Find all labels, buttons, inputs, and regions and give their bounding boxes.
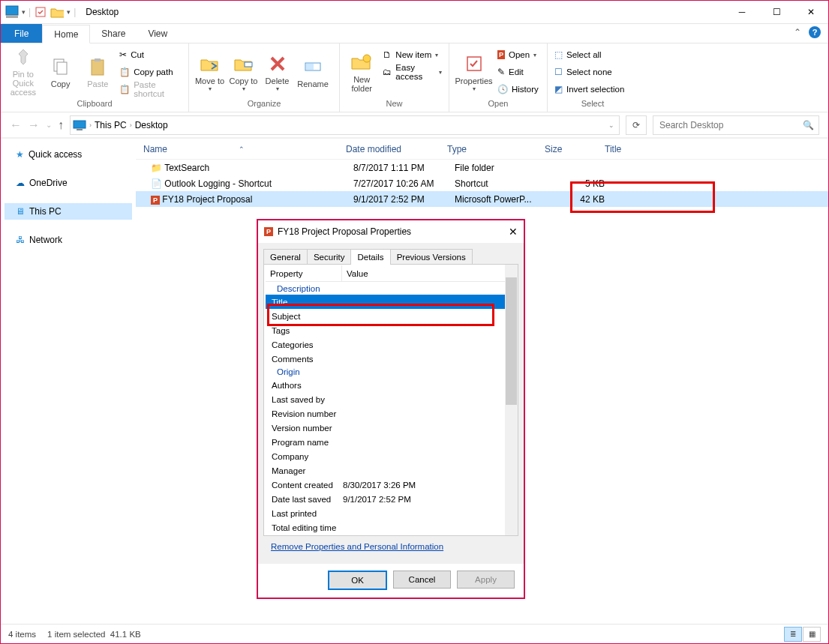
new-item-button[interactable]: 🗋New item▾ [380, 47, 445, 62]
copy-path-button[interactable]: 📋Copy path [116, 64, 185, 79]
search-input[interactable] [658, 119, 803, 131]
move-to-button[interactable]: Move to▾ [193, 46, 227, 97]
easy-access-button[interactable]: 🗂Easy access▾ [380, 64, 445, 79]
select-all-icon: ⬚ [554, 49, 563, 60]
properties-qat-icon[interactable] [34, 5, 47, 19]
forward-button[interactable]: → [28, 118, 40, 132]
cut-button[interactable]: ✂Cut [116, 47, 185, 62]
property-list: Description Title Subject Tags Categorie… [266, 281, 518, 536]
property-row[interactable]: Last printed [266, 506, 518, 520]
property-row[interactable]: Tags [266, 323, 518, 337]
titlebar: ▾ | ▾ | Desktop ─ ☐ ✕ [1, 1, 828, 24]
up-button[interactable]: ↑ [58, 118, 64, 132]
new-folder-button[interactable]: New folder [344, 46, 380, 97]
details-view-button[interactable]: ≣ [784, 627, 802, 642]
tab-general[interactable]: General [263, 249, 308, 265]
share-tab[interactable]: Share [90, 24, 137, 43]
search-box[interactable]: 🔍 [653, 115, 819, 135]
edit-button[interactable]: ✎Edit [494, 64, 542, 79]
property-row[interactable]: Last saved by [266, 392, 518, 406]
qat-chevron-icon[interactable]: ▾ [22, 8, 26, 16]
qat-chevron-icon[interactable]: ▾ [67, 8, 71, 16]
property-row[interactable]: Categories [266, 337, 518, 352]
property-row[interactable]: Subject [266, 309, 518, 323]
property-row[interactable]: Content created8/30/2017 3:26 PM [266, 478, 518, 492]
folder-qat-icon[interactable] [50, 5, 64, 19]
help-icon[interactable]: ? [809, 26, 821, 38]
property-row[interactable]: Total editing time [266, 520, 518, 535]
folder-icon: 📁 [151, 163, 162, 173]
scrollbar[interactable] [505, 265, 518, 535]
sidebar-item-quick-access[interactable]: ★Quick access [5, 146, 132, 163]
invert-selection-button[interactable]: ◩Invert selection [551, 82, 627, 97]
property-row[interactable]: Revision number [266, 406, 518, 421]
home-tab[interactable]: Home [42, 25, 90, 43]
sidebar-item-network[interactable]: 🖧Network [5, 232, 132, 248]
property-row[interactable]: Date last saved9/1/2017 2:52 PM [266, 492, 518, 506]
rename-button[interactable]: Rename [294, 46, 332, 97]
file-row[interactable]: 📄 Outlook Logging - Shortcut 7/27/2017 1… [136, 175, 828, 191]
copy-to-button[interactable]: Copy to▾ [227, 46, 260, 97]
cancel-button[interactable]: Cancel [393, 571, 451, 589]
property-row[interactable]: Program name [266, 435, 518, 449]
delete-button[interactable]: Delete▾ [260, 46, 294, 97]
address-bar-row: ← → ⌄ ↑ › This PC › Desktop ⌄ ⟳ 🔍 [1, 112, 828, 139]
breadcrumb-part[interactable]: This PC [95, 120, 127, 130]
remove-properties-link[interactable]: Remove Properties and Personal Informati… [271, 542, 518, 551]
invert-icon: ◩ [554, 84, 563, 94]
search-icon[interactable]: 🔍 [803, 120, 814, 130]
collapse-ribbon-icon[interactable]: ⌃ [794, 27, 801, 37]
paste-shortcut-button[interactable]: 📋Paste shortcut [116, 82, 185, 97]
tab-details[interactable]: Details [350, 249, 390, 265]
view-tab[interactable]: View [137, 24, 179, 43]
file-row[interactable]: P FY18 Project Proposal 9/1/2017 2:52 PM… [136, 191, 828, 207]
svg-rect-0 [6, 6, 18, 15]
property-row[interactable]: Manager [266, 463, 518, 478]
minimize-button[interactable]: ─ [725, 1, 759, 23]
file-row[interactable]: 📁 TextSearch 8/7/2017 1:11 PM File folde… [136, 160, 828, 175]
close-button[interactable]: ✕ [794, 1, 828, 23]
paste-button[interactable]: Paste [79, 46, 116, 97]
easy-access-icon: 🗂 [383, 67, 392, 76]
column-type[interactable]: Type [440, 144, 537, 154]
tab-security[interactable]: Security [307, 249, 352, 265]
tab-previous-versions[interactable]: Previous Versions [390, 249, 473, 265]
dialog-title: FY18 Project Proposal Properties [278, 226, 411, 237]
property-row[interactable]: Company [266, 449, 518, 463]
file-tab[interactable]: File [1, 24, 42, 43]
refresh-button[interactable]: ⟳ [626, 115, 647, 135]
nav-pane: ★Quick access ☁OneDrive 🖥This PC 🖧Networ… [1, 139, 136, 619]
property-row[interactable]: Comments [266, 352, 518, 366]
properties-button[interactable]: Properties▾ [453, 46, 494, 97]
pin-to-quick-access-button[interactable]: Pin to Quick access [5, 46, 42, 97]
dialog-close-button[interactable]: ✕ [509, 226, 518, 238]
column-size[interactable]: Size [537, 144, 597, 154]
icons-view-button[interactable]: ▦ [803, 627, 821, 642]
ok-button[interactable]: OK [328, 571, 387, 590]
select-all-button[interactable]: ⬚Select all [551, 47, 627, 62]
back-button[interactable]: ← [10, 118, 22, 132]
property-header[interactable]: Property [266, 265, 342, 282]
breadcrumb[interactable]: › This PC › Desktop ⌄ [70, 115, 620, 135]
apply-button[interactable]: Apply [457, 571, 515, 589]
sidebar-item-this-pc[interactable]: 🖥This PC [5, 203, 132, 220]
recent-dropdown[interactable]: ⌄ [46, 121, 52, 129]
property-row-title[interactable]: Title [266, 295, 518, 309]
column-title[interactable]: Title [597, 144, 747, 154]
value-header[interactable]: Value [342, 265, 511, 282]
organize-group-label: Organize [189, 99, 339, 112]
maximize-button[interactable]: ☐ [759, 1, 794, 23]
svg-rect-6 [95, 58, 101, 61]
select-none-icon: ☐ [554, 67, 563, 77]
property-row[interactable]: Authors [266, 378, 518, 392]
new-item-icon: 🗋 [383, 50, 392, 59]
breadcrumb-part[interactable]: Desktop [135, 120, 168, 130]
property-row[interactable]: Version number [266, 421, 518, 435]
history-button[interactable]: 🕓History [494, 82, 542, 97]
select-none-button[interactable]: ☐Select none [551, 64, 627, 79]
copy-button[interactable]: Copy [42, 46, 80, 97]
column-date[interactable]: Date modified [338, 144, 440, 154]
open-button[interactable]: POpen▾ [494, 47, 542, 62]
column-name[interactable]: Name⌃ [136, 144, 338, 154]
sidebar-item-onedrive[interactable]: ☁OneDrive [5, 175, 132, 191]
